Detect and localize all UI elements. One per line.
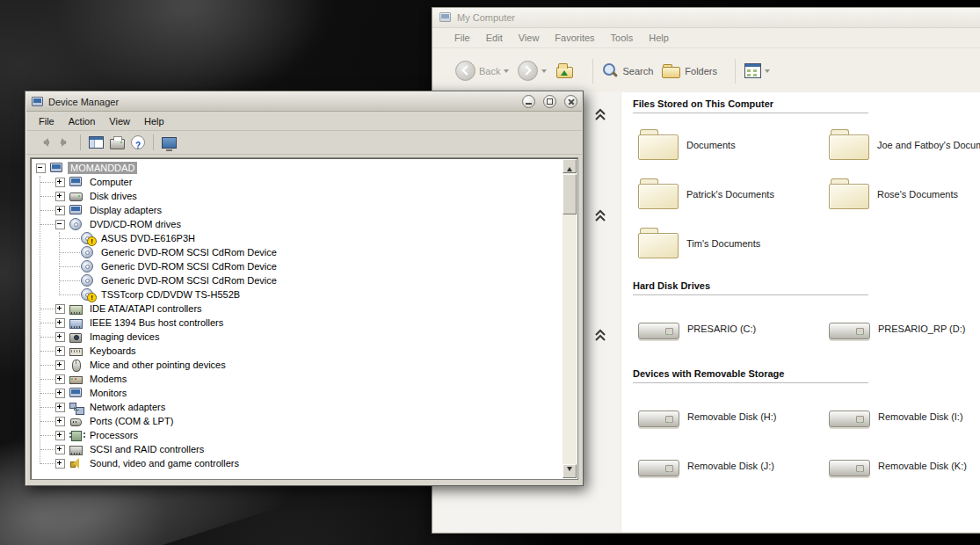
menu-help[interactable]: Help xyxy=(641,31,677,45)
search-button[interactable]: Search xyxy=(602,62,653,79)
group-rule xyxy=(633,113,868,113)
expand-toggle[interactable] xyxy=(55,389,65,398)
views-button[interactable] xyxy=(744,63,770,78)
expand-toggle[interactable] xyxy=(55,403,65,412)
tree-item-momanddad[interactable]: MOMANDDAD xyxy=(33,161,562,175)
back-button[interactable]: Back xyxy=(455,61,509,81)
tile-roses-documents[interactable]: Rose's Documents xyxy=(829,178,958,209)
expand-toggle[interactable] xyxy=(55,459,65,469)
menu-file[interactable]: File xyxy=(32,114,62,128)
scroll-thumb[interactable] xyxy=(563,174,577,214)
tree-item-keyboards[interactable]: Keyboards xyxy=(33,344,562,358)
collapse-section-button[interactable] xyxy=(593,329,607,342)
tree-item-modems[interactable]: Modems xyxy=(33,372,562,386)
collapse-section-button[interactable] xyxy=(593,209,607,222)
tree-item-generic-dvdrom-3[interactable]: Generic DVD-ROM SCSI CdRom Device xyxy=(33,273,562,287)
tree-item-ide-controllers[interactable]: IDE ATA/ATAPI controllers xyxy=(33,302,562,316)
back-button[interactable] xyxy=(33,133,54,152)
tile-presario-rp-d[interactable]: PRESARIO_RP (D:) xyxy=(829,317,965,339)
menu-help[interactable]: Help xyxy=(137,114,171,128)
expand-toggle[interactable] xyxy=(55,445,65,454)
expand-toggle[interactable] xyxy=(55,318,65,328)
tree-item-scsi-raid[interactable]: SCSI and RAID controllers xyxy=(33,442,562,456)
forward-button[interactable] xyxy=(54,133,76,152)
menu-action[interactable]: Action xyxy=(62,114,103,128)
print-button[interactable] xyxy=(106,133,127,152)
device-manager-icon xyxy=(32,97,44,107)
maximize-button[interactable] xyxy=(543,95,556,108)
menu-file[interactable]: File xyxy=(446,31,478,45)
expand-toggle[interactable] xyxy=(55,206,65,215)
keyboard-icon xyxy=(69,345,83,357)
expand-toggle[interactable] xyxy=(55,178,65,187)
expand-toggle[interactable] xyxy=(55,431,65,440)
scroll-down-button[interactable] xyxy=(563,464,577,478)
tree-item-imaging-devices[interactable]: Imaging devices xyxy=(33,330,562,344)
tile-tims-documents[interactable]: Tim's Documents xyxy=(638,228,760,258)
tree-item-processors[interactable]: Processors xyxy=(33,428,562,442)
tree-item-network-adapters[interactable]: Network adapters xyxy=(33,400,562,414)
menu-edit[interactable]: Edit xyxy=(478,31,511,45)
scan-hardware-button[interactable] xyxy=(158,133,179,152)
tile-patricks-documents[interactable]: Patrick's Documents xyxy=(638,178,774,209)
menu-tools[interactable]: Tools xyxy=(603,31,642,45)
tree-item-ieee1394[interactable]: IEEE 1394 Bus host controllers xyxy=(33,316,562,330)
device-manager-titlebar[interactable]: Device Manager xyxy=(26,92,582,112)
expand-toggle[interactable] xyxy=(55,332,65,342)
menu-favorites[interactable]: Favorites xyxy=(547,31,602,45)
expand-toggle[interactable] xyxy=(55,360,65,370)
my-computer-titlebar[interactable]: My Computer xyxy=(432,8,980,28)
tile-joe-and-fatboys-documents[interactable]: Joe and Fatboy's Docume xyxy=(829,129,980,160)
ieee1394-icon xyxy=(69,316,83,329)
mouse-icon xyxy=(69,359,83,371)
tile-removable-k[interactable]: Removable Disk (K:) xyxy=(829,454,967,476)
tree-item-asus-dvd[interactable]: ASUS DVD-E616P3H xyxy=(33,231,562,245)
views-icon xyxy=(744,63,761,78)
tree-item-display-adapters[interactable]: Display adapters xyxy=(33,203,562,217)
back-dropdown-icon[interactable] xyxy=(504,69,509,76)
tree-item-dvd-cdrom-drives[interactable]: DVD/CD-ROM drives xyxy=(33,217,562,231)
collapse-toggle[interactable] xyxy=(55,220,65,229)
tree-item-generic-dvdrom-2[interactable]: Generic DVD-ROM SCSI CdRom Device xyxy=(33,259,562,273)
tile-documents[interactable]: Documents xyxy=(638,129,736,160)
tree-item-computer[interactable]: Computer xyxy=(33,175,562,189)
tree-scrollbar[interactable] xyxy=(563,159,577,478)
tile-removable-j[interactable]: Removable Disk (J:) xyxy=(638,454,774,476)
collapse-section-button[interactable] xyxy=(593,108,607,121)
tree-item-tsstcorp[interactable]: TSSTcorp CD/DVDW TS-H552B xyxy=(33,287,562,302)
tree-item-mice[interactable]: Mice and other pointing devices xyxy=(33,358,562,372)
tree-item-disk-drives[interactable]: Disk drives xyxy=(33,189,562,203)
tree-item-monitors[interactable]: Monitors xyxy=(33,386,562,400)
tile-presario-c[interactable]: PRESARIO (C:) xyxy=(638,317,756,339)
disk-drive-icon xyxy=(69,190,83,202)
expand-toggle[interactable] xyxy=(55,192,65,201)
menu-view[interactable]: View xyxy=(102,114,137,128)
menu-view[interactable]: View xyxy=(511,31,548,45)
monitor-icon xyxy=(162,137,177,149)
expand-toggle[interactable] xyxy=(55,304,65,314)
tree-item-sound-video-game[interactable]: Sound, video and game controllers xyxy=(33,456,562,470)
minimize-button[interactable] xyxy=(522,95,535,108)
show-console-tree-button[interactable] xyxy=(85,133,106,152)
forward-dropdown-icon[interactable] xyxy=(541,69,547,76)
tree-item-generic-dvdrom-1[interactable]: Generic DVD-ROM SCSI CdRom Device xyxy=(33,245,562,259)
folder-icon xyxy=(829,129,869,160)
close-button[interactable] xyxy=(564,95,577,108)
tile-removable-i[interactable]: Removable Disk (I:) xyxy=(829,405,963,427)
cd-drive-icon xyxy=(81,260,94,272)
tile-removable-h[interactable]: Removable Disk (H:) xyxy=(638,405,776,427)
tree-item-ports[interactable]: Ports (COM & LPT) xyxy=(33,414,562,428)
views-dropdown-icon[interactable] xyxy=(765,69,770,76)
help-button[interactable] xyxy=(127,133,149,152)
folders-button[interactable]: Folders xyxy=(662,64,717,78)
device-tree-view: MOMANDDAD Computer Disk drives Display a… xyxy=(30,157,578,480)
collapse-toggle[interactable] xyxy=(36,164,46,173)
forward-button[interactable] xyxy=(518,61,547,81)
expand-toggle[interactable] xyxy=(55,417,65,426)
print-icon xyxy=(110,139,125,149)
expand-toggle[interactable] xyxy=(55,346,65,356)
up-button[interactable] xyxy=(555,63,575,78)
scroll-up-button[interactable] xyxy=(563,159,577,173)
expand-toggle[interactable] xyxy=(55,374,65,384)
monitor-icon xyxy=(69,387,83,399)
